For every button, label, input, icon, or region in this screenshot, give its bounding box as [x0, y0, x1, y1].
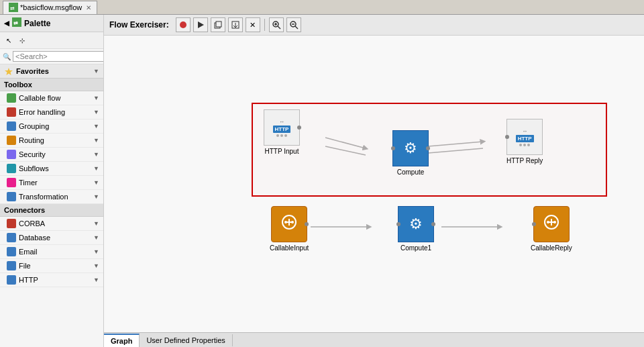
compute-input-connector	[391, 146, 395, 150]
sidebar-item-security[interactable]: Security ▼	[0, 148, 103, 162]
palette-header[interactable]: ◀ ⇄ Palette	[0, 15, 103, 32]
compute1-icon: ⚙	[409, 215, 423, 233]
http-input-arrows: ↔	[279, 119, 284, 125]
sidebar-item-http[interactable]: HTTP ▼	[0, 273, 103, 287]
compute1-node[interactable]: ⚙ Compute1	[398, 206, 434, 252]
svg-marker-4	[5, 68, 13, 75]
http-input-dots	[276, 134, 287, 137]
search-icon: 🔍	[3, 53, 11, 60]
error-handling-chevron: ▼	[93, 109, 99, 115]
import-button[interactable]	[228, 17, 243, 32]
http-icon	[7, 275, 16, 285]
search-input[interactable]	[13, 51, 104, 62]
http-reply-dots	[519, 144, 530, 146]
sidebar-item-callable-flow[interactable]: Callable flow ▼	[0, 91, 103, 105]
canvas-area: Flow Exerciser: ✕	[104, 15, 644, 347]
marquee-tool-button[interactable]: ⊹	[16, 34, 28, 46]
svg-point-32	[547, 221, 549, 224]
callable-reply-node[interactable]: CallableReply	[531, 206, 572, 252]
timer-chevron: ▼	[93, 179, 99, 186]
callable-reply-icon	[542, 213, 561, 236]
tab-icon: ⇄	[9, 3, 18, 12]
tab-close-button[interactable]: ✕	[86, 4, 91, 11]
close-button[interactable]: ✕	[246, 17, 260, 32]
sidebar-toolbar: ↖ ⊹	[0, 32, 103, 49]
palette-collapse-arrow[interactable]: ◀	[4, 19, 9, 27]
http-reply-label: HTTP Reply	[506, 157, 543, 164]
email-chevron: ▼	[93, 248, 99, 255]
sidebar-item-email[interactable]: Email ▼	[0, 245, 103, 259]
file-label: File	[19, 262, 31, 270]
corba-icon	[7, 219, 16, 228]
http-connector-chevron: ▼	[93, 277, 99, 283]
sidebar-item-timer[interactable]: Timer ▼	[0, 176, 103, 190]
user-defined-props-tab-label: User Defined Properties	[146, 336, 225, 344]
tab-user-defined-properties[interactable]: User Defined Properties	[140, 334, 232, 346]
compute-label: Compute	[397, 168, 425, 176]
tab-graph[interactable]: Graph	[104, 334, 140, 347]
compute-icon: ⚙	[404, 140, 417, 157]
graph-tab-label: Graph	[111, 337, 132, 345]
favorites-icon	[4, 66, 13, 76]
sidebar-item-routing[interactable]: Routing ▼	[0, 134, 103, 148]
subflows-label: Subflows	[19, 164, 49, 172]
timer-icon	[7, 178, 16, 187]
http-input-label: HTTP Input	[265, 148, 299, 155]
security-chevron: ▼	[93, 151, 99, 158]
sidebar-item-subflows[interactable]: Subflows ▼	[0, 162, 103, 176]
compute1-input-connector	[396, 222, 400, 226]
transformation-icon	[7, 192, 16, 201]
record-button[interactable]	[176, 17, 191, 32]
sidebar-item-error-handling[interactable]: Error handling ▼	[0, 105, 103, 119]
corba-label: CORBA	[19, 219, 45, 228]
sidebar-item-corba[interactable]: CORBA ▼	[0, 217, 103, 231]
http-input-output-connector	[297, 126, 301, 130]
http-reply-arrows: ↔	[522, 128, 527, 134]
favorites-header[interactable]: Favorites ▼	[0, 64, 103, 79]
run-button[interactable]	[193, 17, 208, 32]
callable-input-label: CallableInput	[270, 244, 309, 252]
toolbox-header[interactable]: Toolbox	[0, 79, 103, 91]
compute-output-connector	[426, 146, 430, 150]
flow-exerciser-label: Flow Exerciser:	[109, 20, 169, 30]
pointer-tool-button[interactable]: ↖	[3, 34, 15, 46]
zoom-out-button[interactable]	[286, 17, 301, 32]
callable-input-node[interactable]: CallableInput	[270, 206, 309, 252]
grouping-icon	[7, 121, 16, 131]
copy-button[interactable]	[211, 17, 225, 32]
connectors-header[interactable]: Connectors	[0, 204, 103, 217]
sidebar: ◀ ⇄ Palette ↖ ⊹ 🔍 Favorites ▼	[0, 15, 104, 347]
routing-icon	[7, 136, 16, 145]
zoom-in-button[interactable]	[269, 17, 284, 32]
http-input-node[interactable]: ↔ HTTP HTTP Input	[264, 109, 300, 155]
email-label: Email	[19, 248, 38, 256]
canvas[interactable]: ↔ HTTP HTTP Input ⚙ C	[104, 36, 644, 332]
tab-msgflow[interactable]: ⇄ *basicflow.msgflow ✕	[3, 1, 97, 14]
svg-rect-8	[216, 21, 221, 27]
svg-text:⇄: ⇄	[10, 5, 15, 11]
routing-chevron: ▼	[93, 137, 99, 144]
security-icon	[7, 150, 16, 159]
sidebar-item-database[interactable]: Database ▼	[0, 231, 103, 245]
email-icon	[7, 247, 16, 256]
file-icon	[7, 261, 16, 270]
grouping-chevron: ▼	[93, 123, 99, 130]
svg-point-33	[553, 221, 556, 224]
svg-line-12	[278, 26, 280, 29]
database-icon	[7, 233, 16, 242]
compute-node[interactable]: ⚙ Compute	[392, 130, 429, 176]
transformation-chevron: ▼	[93, 193, 99, 200]
callable-flow-chevron: ▼	[93, 95, 99, 101]
search-row: 🔍	[0, 49, 103, 64]
sidebar-item-transformation[interactable]: Transformation ▼	[0, 190, 103, 204]
error-handling-icon	[7, 107, 16, 117]
routing-label: Routing	[19, 136, 44, 144]
svg-point-27	[284, 221, 287, 224]
sidebar-item-file[interactable]: File ▼	[0, 259, 103, 273]
subflows-chevron: ▼	[93, 165, 99, 172]
palette-icon: ⇄	[12, 17, 21, 29]
sidebar-item-grouping[interactable]: Grouping ▼	[0, 119, 103, 134]
timer-label: Timer	[19, 179, 38, 187]
transformation-label: Transformation	[19, 193, 68, 201]
http-reply-node[interactable]: ↔ HTTP HTTP Reply	[506, 119, 543, 164]
